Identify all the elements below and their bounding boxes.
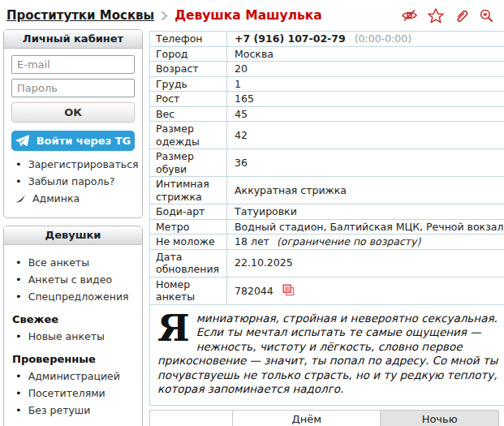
- bullet-icon: •: [15, 389, 22, 398]
- group-header-fresh: Свежее: [12, 313, 135, 325]
- login-ok-button[interactable]: ОК: [11, 102, 135, 123]
- day-header: Днём: [233, 410, 381, 426]
- phone-number: +7 (916) 107-02-79: [235, 32, 346, 45]
- sidebar-item-new-profiles[interactable]: • Новые анкеты: [15, 330, 135, 342]
- table-row: Телефон +7 (916) 107-02-79 (0:00-0:00): [150, 32, 504, 47]
- topbar: Проститутки Москвы Девушка Машулька: [0, 0, 504, 29]
- table-row: Размер обуви 36: [150, 149, 504, 177]
- row-value: 165: [227, 92, 504, 107]
- eye-off-icon[interactable]: [401, 8, 418, 23]
- main-content: Телефон +7 (916) 107-02-79 (0:00-0:00) Г…: [149, 31, 499, 426]
- bullet-icon: •: [15, 276, 22, 284]
- girls-panel: Девушки • Все анкеты • Анкеты с видео • …: [3, 226, 143, 426]
- email-field[interactable]: [11, 55, 135, 74]
- row-label: Боди-арт: [150, 204, 227, 220]
- telegram-login-button[interactable]: Войти через TG: [11, 131, 135, 151]
- breadcrumb-root-link[interactable]: Проститутки Москвы: [6, 8, 154, 23]
- pricing-corner-cell: [150, 410, 233, 426]
- description-dropcap: Я: [157, 314, 190, 343]
- row-value: 42: [227, 122, 504, 149]
- table-row: Дата обновления 22.10.2025: [150, 249, 504, 277]
- account-panel-title: Личный кабинет: [4, 30, 142, 49]
- row-value: Татуировки: [227, 204, 504, 220]
- admin-link[interactable]: Админка: [15, 192, 135, 204]
- row-label: Рост: [150, 92, 227, 107]
- pricing-header-row: Днём Ночью: [150, 410, 499, 426]
- profile-info-table: Телефон +7 (916) 107-02-79 (0:00-0:00) Г…: [149, 31, 504, 406]
- account-panel: Личный кабинет ОК Войти через TG • Зарег…: [3, 29, 143, 218]
- row-label: Грудь: [150, 76, 227, 92]
- copy-icon[interactable]: [282, 284, 295, 296]
- description-text: миниатюрная, стройная и невероятно сексу…: [157, 312, 498, 396]
- magnifier-icon[interactable]: [479, 8, 494, 24]
- bullet-icon: •: [15, 161, 22, 169]
- paperclip-icon[interactable]: [454, 8, 469, 24]
- row-label: Интимная стрижка: [150, 177, 227, 204]
- telegram-login-label: Войти через TG: [37, 135, 131, 147]
- phone-hours: (0:00-0:00): [355, 32, 411, 45]
- sidebar-item-verified-visitors[interactable]: • Посетителями: [15, 387, 135, 399]
- table-row: Боди-арт Татуировки: [150, 204, 504, 220]
- admin-tool-icon: [15, 194, 26, 204]
- bullet-icon: •: [15, 333, 22, 341]
- description-row: Я миниатюрная, стройная и невероятно сек…: [150, 304, 504, 405]
- age-limit-value: 18 лет: [235, 235, 269, 247]
- row-value: 20: [227, 62, 504, 77]
- row-label: Дата обновления: [150, 249, 227, 277]
- sidebar-item-special-offers[interactable]: • Спецпредложения: [15, 290, 135, 303]
- bullet-icon: •: [15, 407, 22, 415]
- row-label: Вес: [150, 106, 227, 122]
- table-row: Город Москва: [150, 46, 504, 62]
- table-row: Номер анкеты 782044: [150, 277, 504, 304]
- page-layout: Личный кабинет ОК Войти через TG • Зарег…: [0, 29, 504, 426]
- girls-panel-title: Девушки: [4, 226, 142, 245]
- sidebar-item-verified-admin[interactable]: • Администрацией: [15, 370, 135, 382]
- row-value: Аккуратная стрижка: [227, 177, 504, 204]
- row-value: 45: [227, 106, 504, 122]
- table-row: Не моложе 18 лет (ограничение по возраст…: [150, 235, 504, 250]
- table-row: Вес 45: [150, 106, 504, 122]
- table-row: Метро Водный стадион, Балтийская МЦК, Ре…: [150, 219, 504, 235]
- sidebar-item-all-profiles[interactable]: • Все анкеты: [15, 256, 135, 269]
- row-label: Размер обуви: [150, 149, 227, 177]
- telegram-plane-icon: [15, 135, 29, 147]
- breadcrumb: Проститутки Москвы Девушка Машулька: [6, 8, 322, 23]
- row-label: Город: [150, 46, 227, 62]
- register-link[interactable]: • Зарегистрироваться: [15, 158, 135, 170]
- row-label: Размер одежды: [150, 122, 227, 149]
- bullet-icon: •: [15, 178, 22, 186]
- sidebar-item-no-retouch[interactable]: • Без ретуши: [15, 404, 135, 416]
- bullet-icon: •: [15, 372, 22, 381]
- row-value: 1: [227, 76, 504, 92]
- girls-top-links: • Все анкеты • Анкеты с видео • Спецпред…: [11, 256, 135, 303]
- age-limit-note: (ограничение по возрасту): [277, 235, 421, 247]
- bullet-icon: •: [15, 259, 22, 267]
- profile-action-icons: [401, 8, 494, 24]
- table-row: Грудь 1: [150, 76, 504, 92]
- table-row: Интимная стрижка Аккуратная стрижка: [150, 177, 504, 204]
- pricing-table: Днём Ночью Час 2 часа Час Ночь Апартамен…: [149, 410, 499, 426]
- table-row: Возраст 20: [150, 62, 504, 77]
- star-icon[interactable]: [428, 8, 444, 24]
- metro-value: Водный стадион, Балтийская МЦК, Речной в…: [227, 219, 504, 235]
- sidebar: Личный кабинет ОК Войти через TG • Зарег…: [3, 29, 143, 426]
- night-header: Ночью: [381, 410, 499, 426]
- row-label: Не моложе: [150, 235, 227, 250]
- row-value: 22.10.2025: [227, 249, 504, 277]
- page-title: Девушка Машулька: [174, 8, 322, 23]
- row-value: 36: [227, 149, 504, 177]
- table-row: Рост 165: [150, 92, 504, 107]
- row-label: Метро: [150, 219, 227, 235]
- row-label: Возраст: [150, 62, 227, 77]
- chevron-right-icon: [161, 11, 168, 21]
- table-row: Размер одежды 42: [150, 122, 504, 149]
- forgot-password-link[interactable]: • Забыли пароль?: [15, 175, 135, 187]
- bullet-icon: •: [15, 293, 22, 301]
- profile-id-value: 782044: [235, 285, 274, 297]
- row-label: Номер анкеты: [150, 277, 227, 304]
- account-links: • Зарегистрироваться • Забыли пароль? Ад…: [11, 158, 135, 204]
- row-value: Москва: [227, 46, 504, 62]
- row-label: Телефон: [150, 32, 227, 47]
- sidebar-item-video-profiles[interactable]: • Анкеты с видео: [15, 273, 135, 286]
- password-field[interactable]: [11, 79, 135, 97]
